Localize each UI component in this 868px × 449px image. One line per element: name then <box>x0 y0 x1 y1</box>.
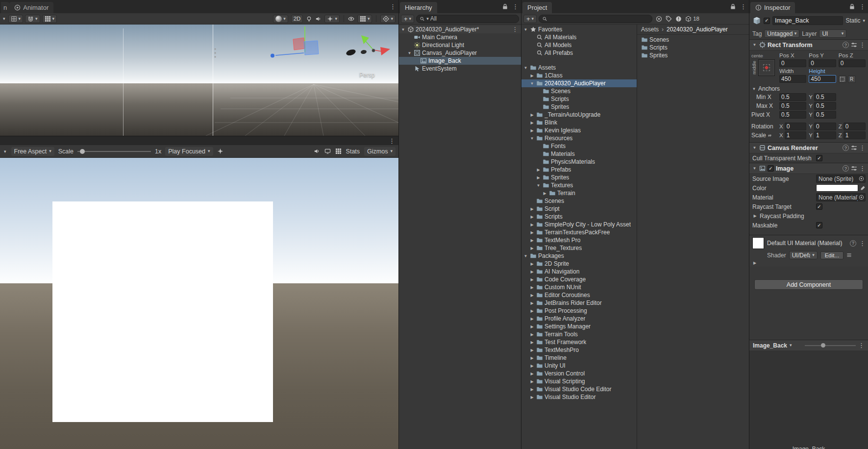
project-item-terrain[interactable]: ▶Terrain <box>521 189 637 197</box>
rotation-x-field[interactable] <box>785 123 807 130</box>
list-icon[interactable] <box>846 252 852 258</box>
foldout-arrow[interactable]: ▶ <box>529 74 535 78</box>
breadcrumb-current[interactable]: 20240320_AudioPlayer <box>667 26 728 33</box>
2d-toggle-button[interactable]: 2D <box>291 15 303 23</box>
foldout-arrow[interactable]: ▶ <box>529 364 535 368</box>
foldout-arrow[interactable]: ▼ <box>523 254 528 258</box>
component-menu-icon[interactable]: ⋮ <box>859 165 866 172</box>
help-icon[interactable]: ? <box>850 240 856 247</box>
stats-button[interactable]: Stats <box>346 148 360 155</box>
project-item-jetbrains-rider-editor[interactable]: ▶JetBrains Rider Editor <box>521 299 637 307</box>
foldout-arrow[interactable]: ▶ <box>529 309 535 313</box>
foldout-arrow[interactable]: ▶ <box>529 238 535 243</box>
tag-dropdown[interactable]: Untagged▾ <box>764 29 799 38</box>
foldout-arrow[interactable]: ▶ <box>529 270 535 274</box>
material-field[interactable]: None (Material) <box>816 193 866 201</box>
panel-menu-icon[interactable]: ⋮ <box>740 3 746 10</box>
project-item-textmeshpro[interactable]: ▶TextMeshPro <box>521 346 637 354</box>
project-item-visual-studio-editor[interactable]: ▶Visual Studio Editor <box>521 393 637 401</box>
tab-hierarchy[interactable]: Hierarchy <box>400 2 437 13</box>
foldout-arrow[interactable]: ▶ <box>529 379 535 384</box>
project-item-settings-manager[interactable]: ▶Settings Manager <box>521 323 637 330</box>
image-enabled-checkbox[interactable]: ✓ <box>768 165 774 172</box>
scale-y-field[interactable] <box>814 131 836 139</box>
raycast-target-checkbox[interactable]: ✓ <box>816 203 822 210</box>
component-menu-icon[interactable]: ⋮ <box>859 42 866 48</box>
project-item-editor-coroutines[interactable]: ▶Editor Coroutines <box>521 291 637 299</box>
foldout-arrow[interactable]: ▶ <box>529 277 535 282</box>
pivot-x-field[interactable] <box>779 111 806 119</box>
search-by-type-icon[interactable] <box>656 16 662 22</box>
project-item-2d-sprite[interactable]: ▶2D Sprite <box>521 260 637 268</box>
foldout-arrow[interactable]: ▶ <box>529 317 535 321</box>
foldout-arrow[interactable]: ▼ <box>523 27 528 32</box>
lock-icon[interactable] <box>849 3 855 10</box>
project-item-sprites[interactable]: Sprites <box>521 103 637 111</box>
scene-visibility-icon[interactable] <box>348 16 354 22</box>
hierarchy-item-eventsystem[interactable]: EventSystem <box>399 65 521 73</box>
project-item-simplepoly-city-low-poly-asset[interactable]: ▶SimplePoly City - Low Poly Asset <box>521 221 637 228</box>
tool-dropdown-icon[interactable]: ▾ <box>2 16 6 21</box>
snap-settings-button[interactable]: ▾ <box>42 15 57 23</box>
foldout-arrow[interactable]: ▼ <box>752 146 757 150</box>
panel-menu-icon[interactable]: ⋮ <box>390 3 396 10</box>
project-item-custom-nunit[interactable]: ▶Custom NUnit <box>521 283 637 291</box>
project-item-post-processing[interactable]: ▶Post Processing <box>521 307 637 315</box>
object-name-field[interactable] <box>772 16 843 25</box>
tab-inspector[interactable]: Inspector <box>750 2 795 13</box>
move-gizmo[interactable] <box>271 26 319 58</box>
project-item-materials[interactable]: Materials <box>521 150 637 158</box>
display-dropdown-icon[interactable]: ▾ <box>3 149 7 154</box>
project-item-all-materials[interactable]: All Materials <box>521 33 637 41</box>
panel-menu-icon[interactable]: ⋮ <box>389 138 395 144</box>
project-folder-sprites[interactable]: Sprites <box>637 51 749 59</box>
foldout-arrow[interactable]: ▼ <box>536 183 541 188</box>
panel-menu-icon[interactable]: ⋮ <box>512 3 519 10</box>
foldout-arrow[interactable]: ▶ <box>536 175 541 180</box>
foldout-arrow[interactable]: ▶ <box>529 301 535 305</box>
material-menu-icon[interactable]: ⋮ <box>859 240 866 247</box>
foldout-arrow[interactable]: ▶ <box>529 324 535 329</box>
foldout-arrow[interactable]: ▶ <box>529 262 535 266</box>
project-item-tree-textures[interactable]: ▶Tree_Textures <box>521 244 637 252</box>
gameobject-icon[interactable] <box>752 16 761 25</box>
project-item-kevin-iglesias[interactable]: ▶Kevin Iglesias <box>521 126 637 134</box>
add-component-button[interactable]: Add Component <box>754 279 863 290</box>
pos-x-field[interactable] <box>779 59 806 67</box>
search-by-label-icon[interactable] <box>666 16 672 22</box>
project-item-ai-navigation[interactable]: ▶AI Navigation <box>521 268 637 275</box>
link-scale-icon[interactable] <box>767 133 772 138</box>
lock-icon[interactable] <box>502 3 508 10</box>
project-search[interactable] <box>539 15 652 23</box>
anchor-max-y-field[interactable] <box>814 102 836 110</box>
grid-visibility-button[interactable]: ▾ <box>357 15 372 23</box>
scene-gizmos-button[interactable]: ▾ <box>380 15 396 23</box>
active-checkbox[interactable]: ✓ <box>764 18 770 24</box>
project-item-all-models[interactable]: All Models <box>521 41 637 49</box>
anchor-preset-box[interactable] <box>758 59 775 76</box>
material-preview-swatch[interactable] <box>752 237 764 249</box>
shading-mode-button[interactable]: ▾ <box>273 15 288 23</box>
chevron-down-icon[interactable]: ▾ <box>790 343 792 348</box>
color-swatch[interactable] <box>816 184 858 192</box>
game-viewport[interactable] <box>0 158 398 449</box>
preview-header[interactable]: Image_Back ▾ ⋮ <box>749 340 868 350</box>
project-item-unity-ui[interactable]: ▶Unity UI <box>521 362 637 370</box>
raycast-padding-row[interactable]: ▶ Raycast Padding <box>749 211 868 221</box>
project-folder-scenes[interactable]: Scenes <box>637 36 749 44</box>
layer-dropdown[interactable]: UI▾ <box>819 29 846 38</box>
notification-icon[interactable] <box>675 16 682 22</box>
project-item-physicsmaterials[interactable]: PhysicsMaterials <box>521 158 637 166</box>
foldout-arrow[interactable]: ▶ <box>536 168 541 172</box>
foldout-arrow[interactable]: ▶ <box>529 395 535 399</box>
foldout-arrow[interactable]: ▶ <box>529 230 535 235</box>
maskable-checkbox[interactable]: ✓ <box>816 222 822 228</box>
lock-icon[interactable] <box>730 3 736 10</box>
tool-settings-button[interactable]: ▾ <box>8 15 24 23</box>
foldout-arrow[interactable]: ▶ <box>529 285 535 290</box>
rotation-z-field[interactable] <box>843 123 866 130</box>
eyedropper-icon[interactable] <box>860 185 866 191</box>
aspect-dropdown[interactable]: Free Aspect▾ <box>11 147 54 156</box>
project-folder-scripts[interactable]: Scripts <box>637 44 749 51</box>
project-item-blink[interactable]: ▶Blink <box>521 119 637 126</box>
